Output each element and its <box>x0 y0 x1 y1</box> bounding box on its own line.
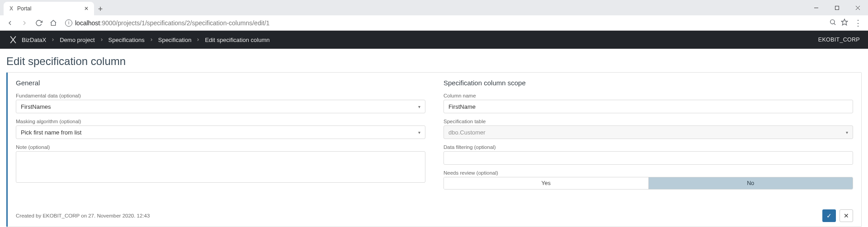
url-host: localhost <box>75 19 100 27</box>
page-body: Edit specification column General Fundam… <box>0 49 868 227</box>
dropdown-fundamental-data[interactable]: FirstNames ▾ <box>16 100 425 113</box>
minimize-button[interactable] <box>806 0 826 15</box>
svg-line-5 <box>834 23 835 25</box>
save-button[interactable]: ✓ <box>822 209 836 222</box>
label-specification-table: Specification table <box>443 119 853 124</box>
label-needs-review: Needs review (optional) <box>443 170 853 176</box>
dropdown-specification-table[interactable]: dbo.Customer ▾ <box>443 125 853 139</box>
dropdown-value: Pick first name from list <box>21 129 81 136</box>
chevron-down-icon: ▾ <box>418 130 420 135</box>
home-button[interactable] <box>47 17 60 29</box>
maximize-button[interactable] <box>826 0 847 15</box>
chevron-right-icon <box>51 37 55 43</box>
crumb-current: Edit specification column <box>205 37 269 43</box>
breadcrumb: BizDataX Demo project Specifications Spe… <box>22 37 270 43</box>
input-data-filtering[interactable] <box>443 151 853 165</box>
label-fundamental-data: Fundamental data (optional) <box>16 93 425 98</box>
created-meta: Created by EKOBIT_CORP on 27. November 2… <box>16 213 150 218</box>
dropdown-value: dbo.Customer <box>448 129 486 136</box>
tab-title: Portal <box>17 5 80 12</box>
dropdown-masking-algorithm[interactable]: Pick first name from list ▾ <box>16 125 425 139</box>
check-icon: ✓ <box>826 212 832 219</box>
reload-button[interactable] <box>33 17 45 29</box>
window-controls <box>806 0 868 15</box>
toggle-option-no[interactable]: No <box>648 177 853 189</box>
crumb-specifications[interactable]: Specifications <box>108 37 145 43</box>
label-masking-algorithm: Masking algorithm (optional) <box>16 119 425 124</box>
new-tab-button[interactable]: + <box>94 3 107 15</box>
address-actions <box>829 19 850 27</box>
browser-address-bar: i localhost:9000/projects/1/specificatio… <box>0 15 868 31</box>
app-header: BizDataX Demo project Specifications Spe… <box>0 31 868 49</box>
crumb-project[interactable]: Demo project <box>60 37 94 43</box>
close-tab-icon[interactable]: ✕ <box>83 5 90 12</box>
textarea-note[interactable] <box>16 151 425 183</box>
forward-button[interactable] <box>18 17 31 29</box>
browser-menu-button[interactable]: ⋮ <box>852 17 864 29</box>
chevron-right-icon <box>196 37 200 43</box>
section-scope: Specification column scope Column name S… <box>443 79 853 206</box>
label-note: Note (optional) <box>16 144 425 150</box>
page-title: Edit specification column <box>6 55 862 68</box>
close-window-button[interactable] <box>847 0 868 15</box>
cancel-button[interactable]: ✕ <box>840 209 853 222</box>
chevron-right-icon <box>149 37 154 43</box>
section-general: General Fundamental data (optional) Firs… <box>16 79 425 206</box>
action-buttons: ✓ ✕ <box>822 209 853 222</box>
browser-titlebar: X Portal ✕ + <box>0 0 868 15</box>
svg-rect-1 <box>835 6 839 9</box>
toggle-needs-review: Yes No <box>443 177 853 190</box>
section-title-scope: Specification column scope <box>443 79 853 87</box>
close-icon: ✕ <box>844 212 849 219</box>
url-path: :9000/projects/1/specifications/2/specif… <box>100 19 269 27</box>
svg-point-4 <box>830 20 835 24</box>
site-info-icon[interactable]: i <box>65 19 72 27</box>
input-column-name[interactable] <box>443 100 853 113</box>
dropdown-value: FirstNames <box>21 103 51 110</box>
label-data-filtering: Data filtering (optional) <box>443 144 853 150</box>
url-field[interactable]: i localhost:9000/projects/1/specificatio… <box>61 17 827 29</box>
form-card: General Fundamental data (optional) Firs… <box>6 72 862 227</box>
crumb-root[interactable]: BizDataX <box>22 37 46 43</box>
browser-tab[interactable]: X Portal ✕ <box>4 2 94 15</box>
chevron-down-icon: ▾ <box>418 104 420 109</box>
back-button[interactable] <box>4 17 16 29</box>
chevron-down-icon: ▾ <box>846 130 848 135</box>
favicon-icon: X <box>8 5 14 12</box>
crumb-specification[interactable]: Specification <box>158 37 192 43</box>
card-footer: Created by EKOBIT_CORP on 27. November 2… <box>16 209 853 222</box>
svg-marker-6 <box>841 19 847 25</box>
app-logo-icon[interactable] <box>8 35 18 45</box>
bookmark-icon[interactable] <box>841 19 848 27</box>
chevron-right-icon <box>99 37 104 43</box>
toggle-option-yes[interactable]: Yes <box>444 177 648 189</box>
section-title-general: General <box>16 79 425 87</box>
label-column-name: Column name <box>443 93 853 98</box>
user-label[interactable]: EKOBIT_CORP <box>818 37 860 43</box>
zoom-icon[interactable] <box>829 19 836 27</box>
